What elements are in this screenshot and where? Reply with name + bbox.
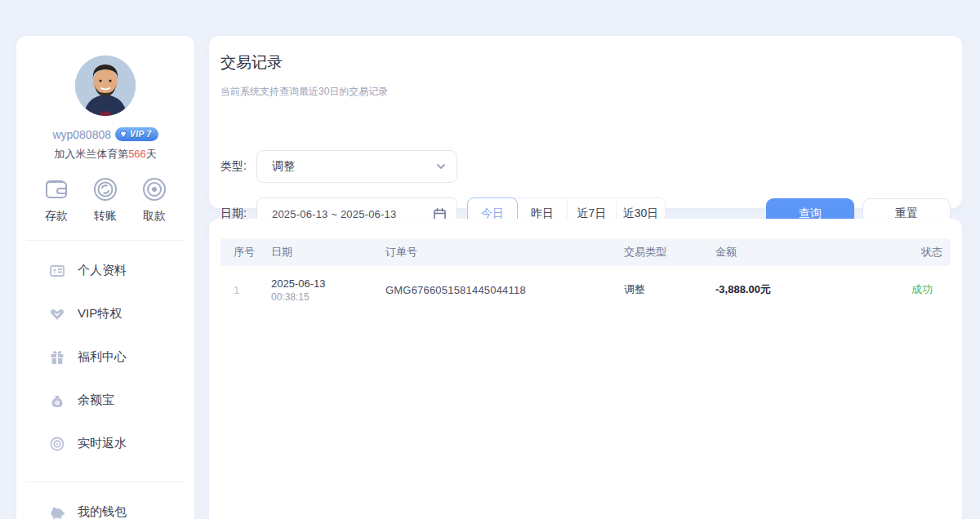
transaction-table-panel: 序号 日期 订单号 交易类型 金额 状态 1 2025-06-13 00:38:… — [209, 219, 962, 519]
col-type: 交易类型 — [624, 245, 715, 260]
avatar[interactable] — [75, 55, 136, 116]
chevron-down-icon — [435, 161, 447, 172]
sidebar-item-yuebao[interactable]: 余额宝 — [16, 379, 194, 422]
cell-date-day: 2025-06-13 — [271, 277, 385, 290]
type-select-value: 调整 — [272, 159, 435, 174]
cell-seq: 1 — [234, 284, 271, 296]
username: wyp080808 — [52, 128, 111, 141]
transaction-filter-panel: 交易记录 当前系统支持查询最近30日的交易记录 类型: 调整 日期: 2025-… — [209, 36, 962, 208]
cell-date-time: 00:38:15 — [271, 291, 385, 303]
transfer-button[interactable]: 转账 — [83, 173, 127, 224]
col-seq: 序号 — [234, 245, 271, 260]
cell-amount: -3,888.00元 — [715, 282, 911, 297]
sidebar-item-rebate[interactable]: 实时返水 — [16, 422, 194, 465]
vip-heart-icon — [49, 306, 65, 322]
sidebar-item-wallet[interactable]: 我的钱包 — [16, 490, 194, 519]
withdraw-icon — [132, 173, 176, 206]
page-subtitle: 当前系统支持查询最近30日的交易记录 — [220, 85, 951, 99]
table-header: 序号 日期 订单号 交易类型 金额 状态 — [220, 238, 951, 266]
sidebar-menu: 个人资料 VIP特权 福利中心 — [16, 249, 194, 465]
gift-icon — [49, 349, 65, 366]
type-filter-row: 类型: 调整 — [220, 150, 457, 183]
col-date: 日期 — [271, 245, 385, 260]
sidebar-item-vip[interactable]: VIP特权 — [16, 292, 194, 335]
vip-gem-icon — [118, 130, 128, 140]
cell-order-no: GMG6766051581445044118 — [385, 284, 624, 296]
user-sidebar: wyp080808 VIP 7 加入米兰体育第566天 存款 — [16, 36, 194, 519]
table-row: 1 2025-06-13 00:38:15 GMG676605158144504… — [220, 266, 951, 313]
transfer-icon — [83, 173, 127, 206]
cell-type: 调整 — [624, 282, 715, 297]
sidebar-divider — [26, 240, 185, 241]
cell-status: 成功 — [911, 282, 942, 297]
col-order: 订单号 — [385, 245, 624, 260]
quick-actions: 存款 转账 — [34, 173, 176, 224]
sidebar-divider-2 — [26, 481, 185, 482]
piggy-bank-icon — [49, 504, 65, 519]
vip-badge: VIP 7 — [115, 127, 158, 141]
money-bag-icon — [49, 393, 65, 409]
col-amount: 金额 — [715, 245, 911, 260]
col-status: 状态 — [911, 245, 942, 260]
sidebar-item-profile[interactable]: 个人资料 — [16, 249, 194, 292]
deposit-button[interactable]: 存款 — [34, 173, 78, 224]
id-card-icon — [49, 263, 65, 279]
rebate-icon — [49, 436, 65, 452]
sidebar-menu-footer: 我的钱包 — [16, 490, 194, 519]
avatar-portrait — [75, 55, 136, 116]
type-select[interactable]: 调整 — [256, 150, 457, 183]
membership-days: 加入米兰体育第566天 — [16, 147, 194, 162]
user-identity: wyp080808 VIP 7 — [16, 127, 194, 141]
type-label: 类型: — [220, 159, 256, 174]
deposit-wallet-icon — [34, 173, 78, 206]
withdraw-button[interactable]: 取款 — [132, 173, 176, 224]
membership-days-count: 566 — [128, 148, 146, 160]
sidebar-item-welfare[interactable]: 福利中心 — [16, 335, 194, 379]
page-title: 交易记录 — [220, 52, 951, 73]
cell-date: 2025-06-13 00:38:15 — [271, 277, 385, 303]
